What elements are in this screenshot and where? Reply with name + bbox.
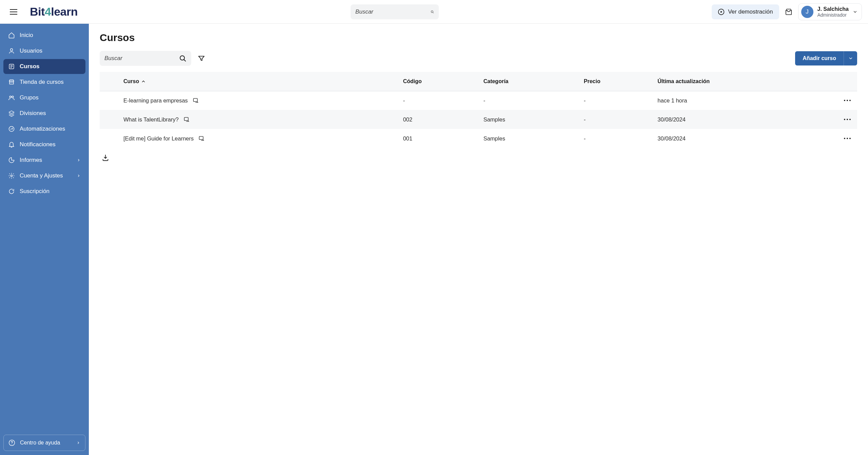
view-demo-label: Ver demostración	[728, 8, 773, 15]
svg-point-13	[849, 100, 851, 101]
chevron-right-icon	[77, 158, 81, 162]
user-role: Administrador	[817, 12, 849, 18]
sidebar-item-tienda[interactable]: Tienda de cursos	[3, 75, 85, 90]
menu-toggle-button[interactable]	[9, 8, 18, 16]
col-code-label: Código	[403, 78, 422, 84]
chevron-right-icon	[77, 174, 81, 178]
automation-icon	[8, 126, 15, 132]
svg-point-4	[9, 96, 11, 98]
svg-point-15	[844, 119, 845, 120]
sidebar-item-label: Notificaciones	[20, 141, 56, 148]
inbox-button[interactable]	[785, 8, 793, 16]
svg-point-12	[847, 100, 848, 101]
course-type-icon	[198, 135, 205, 142]
course-updated: hace 1 hora	[657, 97, 687, 103]
row-actions-button[interactable]	[840, 91, 857, 110]
help-center-button[interactable]: Centro de ayuda	[3, 435, 85, 451]
filter-icon	[198, 55, 205, 62]
sidebar-item-grupos[interactable]: Grupos	[3, 90, 85, 105]
svg-point-19	[844, 138, 845, 139]
col-course[interactable]: Curso	[120, 72, 400, 91]
course-code: 001	[403, 135, 413, 141]
svg-point-11	[844, 100, 845, 101]
user-name: J. Salchicha	[817, 6, 849, 12]
svg-point-16	[847, 119, 848, 120]
sidebar-item-label: Grupos	[20, 94, 39, 101]
course-updated: 30/08/2024	[657, 116, 686, 122]
global-search[interactable]	[351, 4, 439, 19]
col-price-label: Precio	[584, 78, 600, 84]
chart-icon	[8, 157, 15, 164]
inbox-icon	[785, 8, 792, 16]
sidebar-item-label: Suscripción	[20, 188, 50, 195]
svg-point-5	[12, 96, 14, 98]
table-row[interactable]: [Edit me] Guide for Learners 001 Samples…	[100, 129, 857, 148]
sidebar-item-automatizaciones[interactable]: Automatizaciones	[3, 121, 85, 136]
sidebar-item-label: Inicio	[20, 32, 33, 39]
course-price: -	[584, 97, 586, 103]
col-actions	[840, 72, 857, 91]
sidebar-item-label: Cuenta y Ajustes	[20, 172, 63, 179]
courses-table: Curso Código Categoría Precio Última act…	[100, 72, 857, 148]
add-course-dropdown[interactable]	[844, 51, 857, 65]
row-actions-button[interactable]	[840, 110, 857, 129]
sidebar-item-cuenta[interactable]: Cuenta y Ajustes	[3, 168, 85, 183]
sidebar-item-cursos[interactable]: Cursos	[3, 59, 85, 74]
course-category: -	[484, 97, 486, 103]
sidebar-item-notificaciones[interactable]: Notificaciones	[3, 137, 85, 152]
logo[interactable]: Bit4learn	[30, 5, 78, 18]
sidebar-item-suscripcion[interactable]: Suscripción	[3, 184, 85, 199]
download-button[interactable]	[102, 154, 109, 162]
course-name: [Edit me] Guide for Learners	[123, 135, 194, 142]
gear-icon	[8, 172, 15, 179]
col-code[interactable]: Código	[400, 72, 480, 91]
course-category: Samples	[484, 116, 505, 122]
col-category[interactable]: Categoría	[480, 72, 580, 91]
store-icon	[8, 79, 15, 86]
sidebar-item-divisiones[interactable]: Divisiones	[3, 106, 85, 121]
course-code: -	[403, 97, 405, 103]
global-search-input[interactable]	[355, 8, 428, 15]
row-actions-button[interactable]	[840, 129, 857, 148]
sidebar: Inicio Usuarios Cursos Tienda de cursos …	[0, 24, 89, 455]
svg-point-21	[849, 138, 851, 139]
view-demo-button[interactable]: Ver demostración	[712, 4, 779, 19]
col-select	[100, 72, 120, 91]
table-row[interactable]: What is TalentLibrary? 002 Samples - 30/…	[100, 110, 857, 129]
help-center-label: Centro de ayuda	[20, 440, 60, 446]
col-category-label: Categoría	[484, 78, 509, 84]
avatar-initial: J	[806, 8, 809, 15]
layers-icon	[8, 110, 15, 117]
sidebar-item-label: Usuarios	[20, 48, 42, 54]
main-content: Cursos Añadir curso	[89, 24, 868, 455]
col-price[interactable]: Precio	[580, 72, 654, 91]
sidebar-item-label: Divisiones	[20, 110, 46, 117]
add-course-split-button: Añadir curso	[795, 51, 857, 65]
add-course-label: Añadir curso	[803, 55, 836, 61]
course-search[interactable]	[100, 51, 191, 66]
user-text: J. Salchicha Administrador	[817, 6, 849, 18]
search-icon	[431, 8, 434, 16]
logo-suffix: learn	[51, 5, 78, 18]
more-icon	[844, 99, 851, 101]
chevron-down-icon	[853, 10, 857, 14]
user-menu[interactable]: J J. Salchicha Administrador	[798, 3, 862, 20]
sidebar-item-inicio[interactable]: Inicio	[3, 28, 85, 43]
svg-point-2	[11, 49, 13, 51]
more-icon	[844, 118, 851, 120]
groups-icon	[8, 94, 15, 101]
table-row[interactable]: E-learning para empresas - - - hace 1 ho…	[100, 91, 857, 110]
sidebar-item-label: Informes	[20, 157, 42, 164]
filter-button[interactable]	[197, 54, 205, 62]
book-icon	[8, 63, 15, 70]
svg-point-20	[847, 138, 848, 139]
sidebar-item-usuarios[interactable]: Usuarios	[3, 43, 85, 58]
sort-asc-icon	[141, 79, 146, 84]
col-updated[interactable]: Última actualización	[654, 72, 840, 91]
sidebar-item-label: Automatizaciones	[20, 126, 65, 132]
course-search-input[interactable]	[104, 55, 179, 62]
course-type-icon	[193, 97, 199, 104]
course-updated: 30/08/2024	[657, 135, 686, 141]
add-course-button[interactable]: Añadir curso	[795, 51, 844, 65]
sidebar-item-informes[interactable]: Informes	[3, 153, 85, 168]
